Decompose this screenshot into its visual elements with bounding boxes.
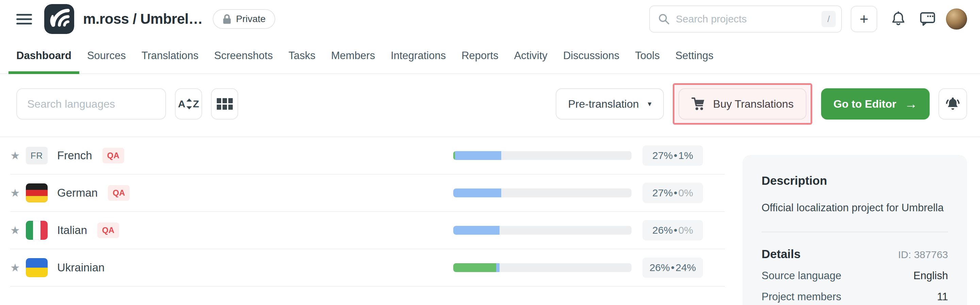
- project-info-panel: Description Official localization projec…: [743, 155, 967, 305]
- tab-tools[interactable]: Tools: [627, 38, 667, 73]
- star-icon[interactable]: ★: [10, 261, 26, 274]
- tab-activity[interactable]: Activity: [506, 38, 555, 73]
- language-name[interactable]: Italian: [57, 224, 87, 237]
- buy-translations-label: Buy Translations: [713, 98, 794, 111]
- qa-badge[interactable]: QA: [108, 185, 130, 201]
- privacy-badge: Private: [213, 9, 275, 29]
- language-flag-ukrainian: [26, 258, 48, 277]
- chevron-down-icon: ▾: [648, 100, 652, 108]
- language-flag-italian: [26, 221, 48, 240]
- tab-screenshots[interactable]: Screenshots: [206, 38, 280, 73]
- search-projects-input[interactable]: [676, 13, 821, 25]
- search-shortcut-chip: /: [821, 11, 836, 27]
- cart-icon: [692, 97, 706, 111]
- translation-progress-bar: [453, 188, 632, 198]
- language-row-italian[interactable]: ★ Italian QA 26% • 0%: [10, 212, 725, 249]
- lock-icon: [222, 14, 232, 24]
- menu-icon[interactable]: [16, 12, 32, 26]
- grid-view-icon: [217, 98, 233, 110]
- language-code-badge: FR: [26, 147, 48, 164]
- create-project-button[interactable]: +: [851, 6, 877, 32]
- search-icon: [658, 13, 670, 25]
- progress-percent-badge: 26% • 24%: [643, 258, 703, 278]
- progress-percent-badge: 27% • 1%: [643, 145, 703, 166]
- detail-row-source-language: Source languageEnglish: [762, 270, 948, 282]
- dashboard-toolbar: A Z Pre-translation ▾ Buy Translations G…: [16, 84, 967, 124]
- description-text: Official localization project for Umbrel…: [762, 202, 948, 214]
- qa-badge[interactable]: QA: [97, 223, 119, 238]
- language-list: ★ FR French QA 27% • 1% ★ German QA 27%: [10, 137, 725, 287]
- tab-dashboard[interactable]: Dashboard: [8, 38, 79, 73]
- annotation-highlight: Buy Translations: [673, 83, 813, 125]
- detail-row-project-members: Project members11: [762, 291, 948, 303]
- privacy-badge-label: Private: [236, 14, 266, 24]
- user-avatar[interactable]: [946, 8, 967, 30]
- project-nav: Dashboard Sources Translations Screensho…: [0, 38, 980, 74]
- go-to-editor-label: Go to Editor: [833, 98, 896, 111]
- tab-integrations[interactable]: Integrations: [383, 38, 453, 73]
- translation-progress-bar: [453, 226, 632, 235]
- sort-az-icon: A Z: [178, 98, 199, 110]
- notifications-bell-icon[interactable]: [888, 8, 909, 30]
- grid-view-button[interactable]: [211, 88, 238, 120]
- top-header: m.ross / Umbrel… Private / +: [0, 0, 980, 38]
- tab-discussions[interactable]: Discussions: [555, 38, 627, 73]
- language-flag-german: [26, 183, 48, 202]
- language-name[interactable]: French: [57, 149, 92, 162]
- language-row-ukrainian[interactable]: ★ Ukrainian QA 26% • 24%: [10, 249, 725, 287]
- translation-progress-bar: [453, 151, 632, 160]
- tab-sources[interactable]: Sources: [79, 38, 134, 73]
- star-icon[interactable]: ★: [10, 186, 26, 199]
- description-title: Description: [762, 174, 948, 188]
- language-name[interactable]: German: [57, 186, 98, 199]
- translation-progress-bar: [453, 263, 632, 272]
- language-row-german[interactable]: ★ German QA 27% • 0%: [10, 175, 725, 212]
- star-icon[interactable]: ★: [10, 224, 26, 237]
- progress-percent-badge: 26% • 0%: [643, 220, 703, 240]
- panel-divider: [762, 232, 948, 232]
- sort-az-button[interactable]: A Z: [175, 88, 202, 120]
- tab-reports[interactable]: Reports: [453, 38, 506, 73]
- pre-translation-label: Pre-translation: [568, 98, 639, 111]
- tab-tasks[interactable]: Tasks: [281, 38, 323, 73]
- project-search[interactable]: /: [649, 5, 842, 33]
- star-icon[interactable]: ★: [10, 149, 26, 162]
- tab-members[interactable]: Members: [323, 38, 383, 73]
- tab-translations[interactable]: Translations: [134, 38, 207, 73]
- project-title: m.ross / Umbrel…: [83, 11, 202, 27]
- crowdin-logo[interactable]: [44, 4, 74, 34]
- language-row-french[interactable]: ★ FR French QA 27% • 1%: [10, 137, 725, 175]
- language-name[interactable]: Ukrainian: [57, 261, 105, 274]
- qa-badge[interactable]: QA: [102, 148, 124, 163]
- search-languages-input[interactable]: [16, 88, 166, 120]
- go-to-editor-button[interactable]: Go to Editor →: [821, 88, 930, 120]
- subscribe-notifications-button[interactable]: [939, 88, 967, 120]
- details-title: Details: [762, 247, 801, 261]
- tab-settings[interactable]: Settings: [668, 38, 721, 73]
- project-id: ID: 387763: [898, 249, 948, 261]
- pre-translation-dropdown[interactable]: Pre-translation ▾: [556, 88, 663, 120]
- progress-percent-badge: 27% • 0%: [643, 183, 703, 203]
- messages-icon[interactable]: [917, 8, 939, 30]
- ringing-bell-icon: [945, 96, 961, 112]
- buy-translations-button[interactable]: Buy Translations: [679, 88, 807, 120]
- arrow-right-icon: →: [904, 97, 917, 111]
